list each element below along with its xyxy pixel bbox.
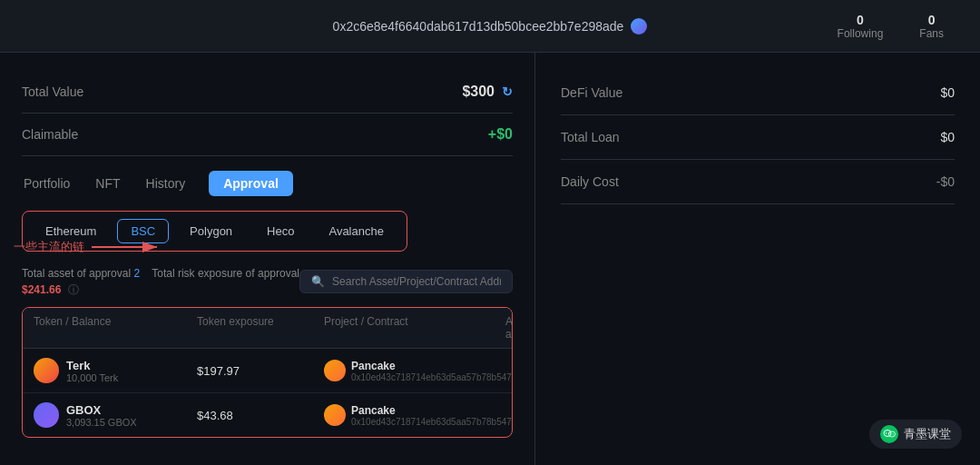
- token-terk-avatar: [34, 358, 59, 383]
- tab-history[interactable]: History: [144, 171, 188, 196]
- wallet-address-row: 0x2c6e8e4f6640dab617d13db50bcee2bb7e298a…: [333, 18, 648, 35]
- total-assets-label: Total asset of approval: [22, 267, 131, 280]
- risk-info-icon: ⓘ: [68, 283, 79, 296]
- svg-point-5: [888, 432, 889, 433]
- col-exposure: Token exposure: [197, 315, 324, 341]
- following-stat[interactable]: 0 Following: [838, 13, 884, 40]
- right-panel: DeFi Value $0 Total Loan $0 Daily Cost -…: [535, 53, 980, 465]
- wallet-icon: [631, 18, 647, 35]
- svg-point-6: [890, 433, 891, 434]
- total-loan-label: Total Loan: [561, 130, 620, 144]
- tab-nft[interactable]: NFT: [93, 171, 122, 196]
- search-input[interactable]: [332, 275, 501, 288]
- token-gbox-info: GBOX 3,093.15 GBOX: [34, 402, 197, 428]
- daily-cost-label: Daily Cost: [561, 174, 619, 189]
- svg-point-2: [884, 430, 891, 437]
- svg-point-3: [889, 431, 896, 437]
- fans-stat[interactable]: 0 Fans: [919, 13, 944, 40]
- total-value-label: Total Value: [22, 84, 83, 99]
- stats-info-row: Total asset of approval 2 Total risk exp…: [22, 264, 513, 298]
- project-terk-details: Pancake 0x10ed43c718714eb63d5aa57b78b547…: [351, 360, 513, 382]
- claimable-value: +$0: [488, 126, 513, 143]
- top-header: 0x2c6e8e4f6640dab617d13db50bcee2bb7e298a…: [0, 0, 980, 53]
- wechat-icon: [880, 425, 898, 443]
- header-stats: 0 Following 0 Fans: [838, 13, 944, 40]
- total-assets-count: 2: [133, 267, 140, 280]
- claimable-row: Claimable +$0: [22, 114, 513, 156]
- token-gbox-exposure: $43.68: [197, 409, 324, 422]
- project-terk-name: Pancake: [351, 360, 513, 372]
- daily-cost-row: Daily Cost -$0: [561, 160, 955, 204]
- token-gbox-balance: 3,093.15 GBOX: [66, 417, 137, 428]
- total-risk-value: $241.66: [22, 283, 61, 296]
- svg-point-4: [886, 432, 887, 433]
- token-terk-exposure: $197.97: [197, 364, 324, 378]
- search-box[interactable]: 🔍: [299, 270, 513, 293]
- project-terk-logo: [324, 360, 346, 381]
- token-terk-details: Terk 10,000 Terk: [66, 359, 118, 383]
- left-panel: Total Value $300 ↻ Claimable +$0 Portfol…: [0, 53, 535, 465]
- project-terk-addr: 0x10ed43c718714eb63d5aa57b78b54704e25602…: [351, 372, 513, 382]
- gbox-approved-amount: All: [505, 409, 513, 421]
- col-approved: Approved amount: [505, 315, 513, 341]
- refresh-icon[interactable]: ↻: [502, 84, 513, 99]
- defi-value-label: DeFi Value: [561, 85, 622, 100]
- total-value-row: Total Value $300 ↻: [22, 71, 513, 114]
- col-project: Project / Contract: [324, 315, 505, 341]
- main-container: Total Value $300 ↻ Claimable +$0 Portfol…: [0, 53, 980, 465]
- total-assets-text: Total asset of approval 2 Total risk exp…: [22, 267, 299, 296]
- chain-avalanche[interactable]: Avalanche: [315, 219, 397, 243]
- annotation: 一些主流的链: [14, 236, 164, 258]
- project-gbox-details: Pancake 0x10ed43c718714eb63d5aa57b78b547…: [351, 404, 513, 427]
- following-label: Following: [838, 27, 884, 40]
- chain-polygon[interactable]: Polygon: [176, 219, 246, 243]
- annotation-arrow: [92, 236, 164, 258]
- fans-count: 0: [919, 13, 944, 27]
- token-terk-info: Terk 10,000 Terk: [34, 358, 197, 383]
- col-token: Token / Balance: [34, 315, 197, 341]
- token-table: Token / Balance Token exposure Project /…: [22, 307, 513, 438]
- following-count: 0: [838, 13, 884, 27]
- total-value-amount: $300: [462, 84, 495, 100]
- project-gbox-addr: 0x10ed43c718714eb63d5aa57b78b54704e25602…: [351, 417, 513, 427]
- token-gbox-details: GBOX 3,093.15 GBOX: [66, 403, 137, 428]
- defi-value-amount: $0: [940, 85, 955, 100]
- claimable-label: Claimable: [22, 127, 78, 142]
- total-loan-amount: $0: [940, 130, 955, 144]
- tabs-row: Portfolio NFT History Approval: [22, 171, 513, 196]
- daily-cost-amount: -$0: [936, 174, 955, 189]
- project-gbox-name: Pancake: [351, 404, 513, 417]
- project-gbox-info: Pancake 0x10ed43c718714eb63d5aa57b78b547…: [324, 404, 505, 427]
- total-loan-row: Total Loan $0: [561, 115, 955, 160]
- token-terk-balance: 10,000 Terk: [66, 372, 118, 383]
- watermark: 青墨课堂: [869, 420, 962, 449]
- project-gbox-logo: [324, 404, 346, 426]
- watermark-text: 青墨课堂: [904, 426, 951, 442]
- total-risk-label: Total risk exposure of approval: [152, 267, 299, 280]
- stats-text: Total asset of approval 2 Total risk exp…: [22, 264, 299, 298]
- defi-value-row: DeFi Value $0: [561, 71, 955, 115]
- tab-portfolio[interactable]: Portfolio: [22, 171, 72, 196]
- project-terk-info: Pancake 0x10ed43c718714eb63d5aa57b78b547…: [324, 360, 505, 382]
- search-icon: 🔍: [311, 275, 325, 288]
- token-gbox-avatar: [34, 402, 59, 428]
- svg-point-7: [893, 433, 894, 434]
- annotation-text: 一些主流的链: [14, 239, 84, 255]
- token-terk-name: Terk: [66, 359, 118, 372]
- table-row: GBOX 3,093.15 GBOX $43.68 Pancake 0x10ed…: [23, 393, 512, 437]
- fans-label: Fans: [919, 27, 944, 40]
- total-value-display: $300 ↻: [462, 84, 513, 100]
- wallet-address-text: 0x2c6e8e4f6640dab617d13db50bcee2bb7e298a…: [333, 19, 624, 34]
- tab-approval[interactable]: Approval: [209, 171, 293, 196]
- token-gbox-name: GBOX: [66, 403, 137, 417]
- table-header: Token / Balance Token exposure Project /…: [23, 308, 512, 349]
- table-row: Terk 10,000 Terk $197.97 Pancake 0x10ed4…: [23, 349, 512, 393]
- chain-heco[interactable]: Heco: [253, 219, 308, 243]
- terk-approved-amount: All: [505, 364, 513, 377]
